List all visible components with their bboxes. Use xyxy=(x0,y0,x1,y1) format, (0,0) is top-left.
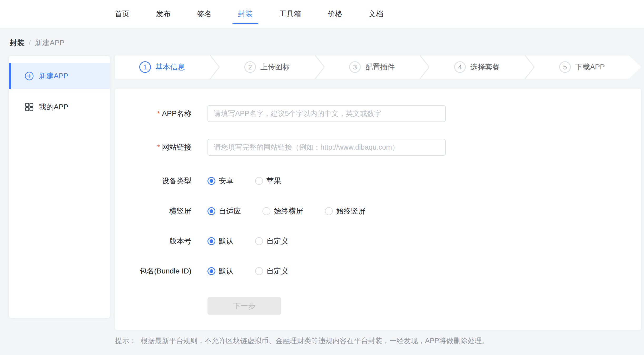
nav-item-publish[interactable]: 发布 xyxy=(156,9,171,19)
wizard-steps: 1 基本信息 2 上传图标 3 配置插件 4 选择套餐 5 下载APP xyxy=(115,55,641,79)
radio-selected-icon xyxy=(207,177,215,185)
required-asterisk: * xyxy=(157,143,160,151)
step-label: 基本信息 xyxy=(155,62,185,72)
radio-unselected-icon xyxy=(255,267,263,275)
step-download-app: 5 下载APP xyxy=(535,61,629,73)
orientation-radio-group: 自适应 始终横屏 始终竖屏 xyxy=(207,206,387,216)
tip-text: 根据最新平台规则，不允许区块链虚拟币、金融理财类等违规内容在平台封装，一经发现，… xyxy=(141,337,489,345)
radio-bundle-default[interactable]: 默认 xyxy=(207,266,234,276)
step-number: 3 xyxy=(349,61,361,73)
sidebar-item-new-app[interactable]: 新建APP xyxy=(9,63,110,89)
step-number: 4 xyxy=(454,61,466,73)
chevron-right-icon xyxy=(314,55,325,79)
top-navigation: 首页 发布 签名 封装 工具箱 价格 文档 xyxy=(0,0,644,28)
next-step-button[interactable]: 下一步 xyxy=(207,297,281,315)
site-url-label: *网站链接 xyxy=(115,142,191,152)
sidebar-item-label: 我的APP xyxy=(39,102,68,112)
nav-item-pricing[interactable]: 价格 xyxy=(328,9,342,19)
breadcrumb: 封装 / 新建APP xyxy=(10,38,65,48)
radio-unselected-icon xyxy=(255,237,263,245)
step-choose-plan: 4 选择套餐 xyxy=(430,61,524,73)
step-label: 上传图标 xyxy=(260,62,290,72)
chevron-right-icon xyxy=(209,55,220,79)
device-type-radio-group: 安卓 苹果 xyxy=(207,176,303,186)
tip-prefix: 提示： xyxy=(115,337,136,345)
step-label: 配置插件 xyxy=(365,62,395,72)
bundle-id-label: 包名(Bundle ID) xyxy=(115,266,191,276)
radio-ios[interactable]: 苹果 xyxy=(255,176,281,186)
radio-selected-icon xyxy=(207,207,215,215)
site-url-input[interactable] xyxy=(207,139,446,156)
wizard-bar: 1 基本信息 2 上传图标 3 配置插件 4 选择套餐 5 下载APP xyxy=(115,55,629,79)
radio-unselected-icon xyxy=(255,177,263,185)
radio-adaptive[interactable]: 自适应 xyxy=(207,206,241,216)
step-number: 5 xyxy=(559,61,571,73)
version-label: 版本号 xyxy=(115,236,191,246)
step-label: 下载APP xyxy=(575,62,605,72)
grid-icon xyxy=(25,103,34,111)
radio-selected-icon xyxy=(207,267,215,275)
platform-rule-tip: 提示：根据最新平台规则，不允许区块链虚拟币、金融理财类等违规内容在平台封装，一经… xyxy=(115,336,489,346)
breadcrumb-current: 新建APP xyxy=(35,38,65,48)
step-number: 1 xyxy=(139,61,151,73)
radio-bundle-custom[interactable]: 自定义 xyxy=(255,266,289,276)
app-name-input[interactable] xyxy=(207,105,446,122)
nav-item-home[interactable]: 首页 xyxy=(115,9,130,19)
version-radio-group: 默认 自定义 xyxy=(207,236,310,246)
chevron-right-icon xyxy=(524,55,535,79)
form-row-orientation: 横竖屏 自适应 始终横屏 始终竖屏 xyxy=(115,203,641,220)
required-asterisk: * xyxy=(157,109,160,118)
form-row-site-url: *网站链接 xyxy=(115,139,641,156)
step-basic-info: 1 基本信息 xyxy=(115,61,209,73)
plus-circle-icon xyxy=(25,72,34,80)
breadcrumb-section[interactable]: 封装 xyxy=(10,38,24,48)
form-row-submit: 下一步 xyxy=(115,297,641,315)
nav-item-toolbox[interactable]: 工具箱 xyxy=(279,9,301,19)
nav-item-package[interactable]: 封装 xyxy=(238,9,253,19)
step-label: 选择套餐 xyxy=(470,62,500,72)
chevron-right-icon xyxy=(419,55,430,79)
step-configure-plugin: 3 配置插件 xyxy=(325,61,419,73)
radio-android[interactable]: 安卓 xyxy=(207,176,234,186)
breadcrumb-separator: / xyxy=(29,39,31,47)
sidebar-item-label: 新建APP xyxy=(39,71,68,81)
sidebar: 新建APP 我的APP xyxy=(9,56,110,318)
radio-selected-icon xyxy=(207,237,215,245)
radio-unselected-icon xyxy=(325,207,333,215)
device-type-label: 设备类型 xyxy=(115,176,191,186)
nav-item-docs[interactable]: 文档 xyxy=(369,9,383,19)
form-row-app-name: *APP名称 xyxy=(115,105,641,122)
radio-always-portrait[interactable]: 始终竖屏 xyxy=(325,206,366,216)
orientation-label: 横竖屏 xyxy=(115,206,191,216)
radio-version-custom[interactable]: 自定义 xyxy=(255,236,289,246)
form-row-version: 版本号 默认 自定义 xyxy=(115,233,641,250)
form-row-bundle-id: 包名(Bundle ID) 默认 自定义 xyxy=(115,263,641,280)
app-name-label: *APP名称 xyxy=(115,109,191,119)
wizard-end-arrow xyxy=(629,55,641,79)
step-upload-icon: 2 上传图标 xyxy=(220,61,314,73)
form-row-device-type: 设备类型 安卓 苹果 xyxy=(115,173,641,189)
nav-item-signature[interactable]: 签名 xyxy=(197,9,212,19)
radio-always-landscape[interactable]: 始终横屏 xyxy=(262,206,303,216)
radio-version-default[interactable]: 默认 xyxy=(207,236,234,246)
new-app-form: *APP名称 *网站链接 设备类型 安卓 苹果 横竖屏 xyxy=(115,89,641,330)
step-number: 2 xyxy=(244,61,256,73)
sidebar-item-my-apps[interactable]: 我的APP xyxy=(9,94,110,120)
radio-unselected-icon xyxy=(262,207,270,215)
bundle-id-radio-group: 默认 自定义 xyxy=(207,266,310,276)
